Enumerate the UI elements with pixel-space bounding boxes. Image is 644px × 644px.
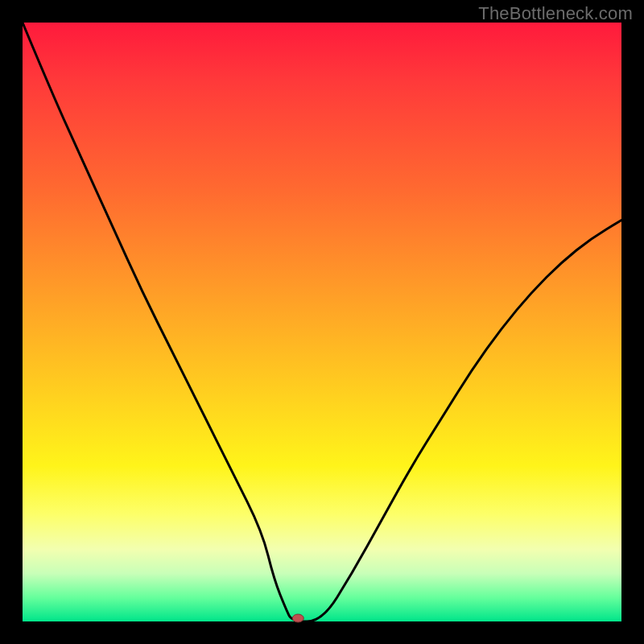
plot-area (23, 23, 621, 621)
watermark: TheBottleneck.com (478, 3, 633, 24)
min-marker (292, 614, 303, 622)
bottleneck-curve (23, 23, 621, 621)
chart-frame: TheBottleneck.com (0, 0, 644, 644)
